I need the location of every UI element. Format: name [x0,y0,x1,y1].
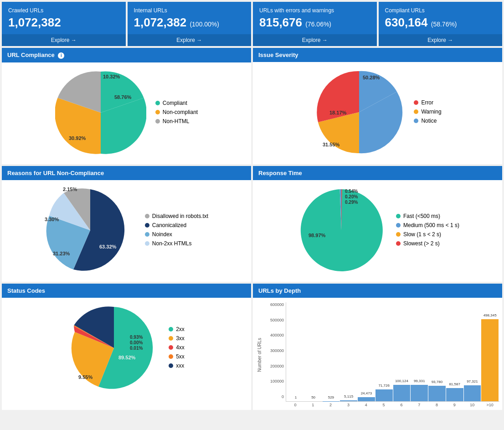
compliant-pct-label: 58.76% [114,94,132,100]
bar-col-4: 24,473 [358,302,375,401]
error-pct: 18.17% [329,110,347,115]
slow-pct: 0.20% [345,194,358,199]
panel-row-3: Status Codes 89.52 [0,284,504,412]
legend-noindex: Noindex [145,231,208,238]
fast-pct: 98.97% [309,233,326,238]
stat-label: Crawled URLs [8,7,119,14]
x-label->10: >10 [481,403,499,407]
legend-error: Error [414,99,441,106]
stat-value: 630,164 (58.76%) [385,16,496,30]
noncompliant-pct-label: 30.92% [69,135,86,141]
warning-pct: 31.55% [323,142,340,147]
bar-10: 97,321 [464,385,481,401]
bar-col-2: 529 [323,302,340,401]
disallowed-pct: 2.15% [63,187,77,192]
legend-compliant: Compliant [155,100,198,106]
explore-link[interactable]: Explore → [253,34,377,46]
bar-col-10: 97,321 [464,302,481,401]
panel-urls-by-depth: URLs by Depth Number of URLs 600000 5000… [253,284,502,410]
legend-noncompliant: Non-compliant [155,109,198,115]
explore-link[interactable]: Explore → [128,34,252,46]
y-tick-500000: 500000 [265,318,284,322]
panel-header-status-codes: Status Codes [2,284,251,298]
response-time-legend: Fast (<500 ms) Medium (500 ms < 1 s) Slo… [396,213,459,249]
reasons-legend: Disallowed in robots.txt Canonicalized N… [145,213,208,249]
medium-pct: 0.54% [345,189,358,194]
bar-value-4: 24,473 [361,391,372,395]
panel-row-1: URL Compliance i 58.76% 30.92% [0,48,504,166]
stat-extra: (58.76%) [431,21,457,28]
bar-4: 24,473 [358,397,375,401]
bar-col-0: 1 [287,302,304,401]
x-label-3: 3 [339,403,357,407]
legend-warning: Warning [414,109,441,115]
bar-col-5: 71,726 [375,302,393,401]
legend-non2xx: Non-2xx HTMLs [145,240,208,247]
2xx-pct: 89.52% [118,355,136,360]
panel-url-compliance: URL Compliance i 58.76% 30.92% [2,48,251,164]
bar-5: 71,726 [375,389,393,401]
legend-fast: Fast (<500 ms) [396,213,459,219]
bar-value-9: 81,587 [449,382,460,386]
explore-link[interactable]: Explore → [2,34,126,46]
legend-canonicalized: Canonicalized [145,222,208,228]
stat-extra: (76.06%) [305,21,331,28]
bar-3: 5,115 [340,400,357,401]
bar-value-8: 93,780 [432,380,442,384]
panel-header-url-compliance: URL Compliance i [2,48,251,62]
url-compliance-chart: 58.76% 30.92% 10.32% [55,67,146,158]
x-label-4: 4 [357,403,375,407]
panel-header-reasons: Reasons for URL Non-Compliance [2,166,251,180]
stat-card-2: URLs with errors and warnings 815,676 (7… [253,2,377,46]
panel-header-response-time: Response Time [253,166,502,180]
bar-col-6: 100,124 [393,302,411,401]
dashboard: Crawled URLs 1,072,382 Explore → Interna… [0,0,504,412]
stat-card-3: Compliant URLs 630,164 (58.76%) Explore … [379,2,503,46]
y-axis-label: Number of URLs [257,338,262,372]
y-tick-600000: 600000 [265,302,284,307]
bar-value-5: 71,726 [378,383,389,388]
x-label-6: 6 [393,403,410,407]
legend-disallowed: Disallowed in robots.txt [145,213,208,219]
legend-xxx: xxx [169,363,185,369]
info-icon[interactable]: i [58,52,64,59]
legend-slowest: Slowest (> 2 s) [396,240,459,247]
stat-value: 1,072,382 [8,16,119,30]
stat-label: Compliant URLs [385,7,496,14]
y-tick-100000: 100000 [265,379,284,383]
stat-label: Internal URLs [134,7,245,14]
legend-medium: Medium (500 ms < 1 s) [396,222,459,228]
bar-col-7: 99,331 [411,302,428,401]
bar-col-9: 81,587 [446,302,463,401]
bar-col-3: 5,115 [340,302,357,401]
stat-card-0: Crawled URLs 1,072,382 Explore → [2,2,126,46]
bar->10: 498,345 [481,319,499,401]
panel-header-urls-by-depth: URLs by Depth [253,284,502,298]
bar-7: 99,331 [411,385,428,401]
x-axis-labels: 012345678910>10 [286,402,499,407]
x-label-8: 8 [428,403,446,407]
bar-col->10: 498,345 [481,302,499,401]
x-label-5: 5 [375,403,392,407]
stat-value: 815,676 (76.06%) [259,16,370,30]
stat-cards: Crawled URLs 1,072,382 Explore → Interna… [0,0,504,48]
bar-value-6: 100,124 [395,379,408,383]
explore-link[interactable]: Explore → [379,34,503,46]
panel-issue-severity: Issue Severity 50.28% 31.55% 18.1 [253,48,502,164]
stat-value: 1,072,382 (100.00%) [134,16,245,30]
canonicalized-pct: 63.32% [99,244,117,249]
3xx-pct: 9.55% [78,374,93,380]
bar-value-10: 97,321 [467,379,478,383]
bar-col-8: 93,780 [428,302,446,401]
x-label-2: 2 [322,403,339,407]
status-codes-chart: 89.52% 9.55% 0.93% 0.00% 0.01% [68,302,159,394]
legend-nonhtml: Non-HTML [155,118,198,124]
status-codes-legend: 2xx 3xx 4xx 5xx xxx [169,326,185,372]
y-tick-0: 0 [265,394,284,399]
x-label-1: 1 [304,403,322,407]
bar-value-3: 5,115 [344,394,353,399]
bar-chart-area: 1505295,11524,47371,726100,12499,33193,7… [286,302,499,402]
panel-response-time: Response Time 98.97% 0.54% 0.20% 0 [253,166,502,282]
legend-2xx: 2xx [169,326,185,332]
nonhtml-pct-label: 10.32% [103,74,120,79]
